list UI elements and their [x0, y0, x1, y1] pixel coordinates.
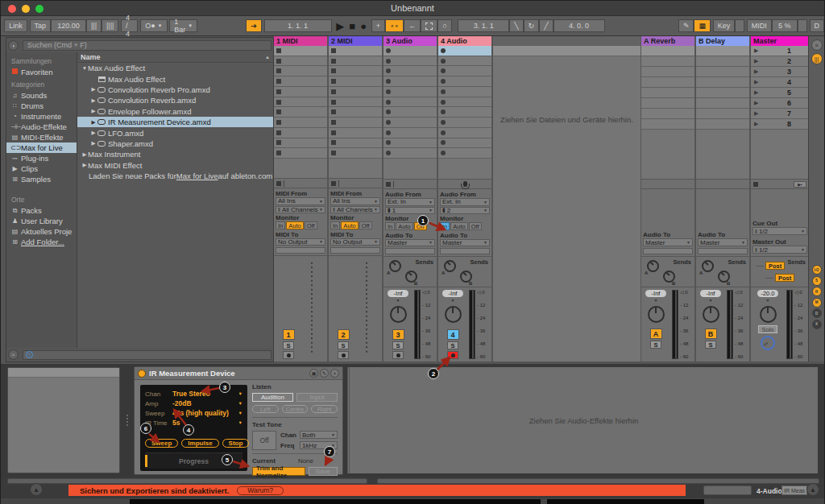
list-item[interactable]: ▶Max Instrument — [77, 149, 273, 159]
scene-play-icon[interactable]: ▶ — [754, 110, 758, 117]
monitor-in-button[interactable]: In — [440, 222, 450, 230]
clip-slot[interactable] — [274, 56, 327, 67]
monitor-off-button[interactable]: Off — [305, 221, 317, 229]
chevron-down-icon[interactable]: ▼ — [238, 420, 243, 425]
output-chooser[interactable]: No Output▼ — [330, 238, 380, 246]
scene-row[interactable]: ▶7 — [751, 109, 809, 119]
clip-slot[interactable] — [383, 138, 437, 149]
cue-volume-knob[interactable] — [761, 336, 775, 350]
input-type-chooser[interactable]: Ext. In▼ — [385, 198, 435, 206]
browser-collapse-icon[interactable]: ◖ — [8, 40, 19, 51]
clip-slot[interactable] — [383, 76, 437, 87]
track-title[interactable]: B Delay — [696, 36, 749, 46]
monitor-auto-button[interactable]: Auto — [341, 221, 358, 229]
stop-button[interactable]: ■ — [349, 20, 355, 32]
chevron-collapsed-icon[interactable]: ▶ — [90, 119, 97, 126]
list-item[interactable]: ▶Convolution Reverb.amxd — [77, 95, 273, 105]
preview-toggle-icon[interactable]: ≈ — [8, 349, 19, 360]
clip-slot[interactable] — [329, 128, 382, 138]
centre-button[interactable]: Centre — [282, 405, 309, 413]
clip-slot[interactable] — [438, 87, 491, 97]
track-title[interactable]: 4 Audio — [438, 36, 491, 46]
overview-toggle-icon[interactable]: ≡ — [811, 39, 823, 51]
output-chooser[interactable]: No Output▼ — [276, 238, 325, 246]
chan-value[interactable]: True Stereo — [172, 390, 210, 398]
input-type-chooser[interactable]: Ext. In▼ — [440, 198, 490, 206]
test-tone-chan-chooser[interactable]: Both▼ — [300, 431, 338, 439]
monitor-in-button[interactable]: In — [276, 221, 285, 229]
link-button[interactable]: Link — [4, 19, 27, 32]
clip-slot[interactable] — [329, 87, 382, 97]
search-input[interactable]: Suchen (Cmd + F) — [23, 40, 272, 51]
track-title[interactable]: 1 MIDI — [274, 36, 327, 46]
punch-in-icon[interactable]: ╲ — [509, 19, 523, 32]
list-header[interactable]: Name▲ — [77, 52, 273, 63]
clip-slot[interactable] — [438, 97, 491, 108]
show-sends-toggle[interactable]: S — [812, 276, 822, 286]
scene-play-icon[interactable]: ▶ — [754, 100, 758, 106]
stop-all-row[interactable] — [438, 179, 491, 188]
clip-slot[interactable] — [274, 66, 327, 76]
arm-button[interactable] — [283, 351, 294, 359]
input-button[interactable]: Input — [296, 393, 338, 402]
clip-slot[interactable] — [696, 56, 749, 67]
clip-slot[interactable] — [383, 107, 437, 118]
arm-button[interactable] — [338, 351, 349, 359]
sweep-button[interactable]: Sweep — [145, 439, 178, 448]
scene-play-icon[interactable]: ▶ — [754, 121, 758, 127]
clip-slot[interactable] — [438, 138, 491, 149]
stop-all-clips-icon[interactable] — [753, 182, 758, 187]
quantization-menu[interactable]: 1 Bar▼ — [169, 19, 197, 32]
clip-slot[interactable] — [274, 128, 327, 138]
clip-slot[interactable] — [641, 98, 694, 109]
cue-out-chooser[interactable]: ‖1/2▼ — [752, 227, 807, 235]
monitor-off-button[interactable]: Off — [359, 221, 372, 229]
punch-out-icon[interactable]: ╱ — [539, 19, 553, 32]
arm-button-armed[interactable] — [447, 351, 458, 359]
list-item[interactable]: ▶Envelope Follower.amxd — [77, 106, 273, 117]
arrangement-position-field[interactable]: 1. 1. 1 — [264, 19, 332, 32]
scene-row[interactable]: ▶8 — [751, 119, 809, 130]
track-activator-button[interactable]: 1 — [283, 329, 295, 340]
output-chooser[interactable]: Master▼ — [385, 239, 435, 247]
clip-slot[interactable] — [641, 46, 694, 56]
stop-clip-icon[interactable] — [331, 181, 336, 186]
clip-slot[interactable] — [383, 66, 437, 76]
loop-length-field[interactable]: 4. 0. 0 — [553, 19, 605, 32]
chevron-collapsed-icon[interactable]: ▶ — [90, 108, 97, 114]
sidebar-item-current-project[interactable]: ▤Aktuelles Proje — [6, 226, 77, 237]
arm-button[interactable] — [392, 351, 404, 359]
sidebar-item-max-for-live[interactable]: ⊂⊃Max for Live — [6, 143, 77, 153]
stop-clip-icon[interactable] — [386, 182, 391, 187]
show-returns-toggle[interactable]: R — [812, 287, 822, 296]
list-item-selected[interactable]: ▶IR Measurement Device.amxd — [77, 117, 273, 127]
chevron-collapsed-icon[interactable]: ▶ — [81, 162, 88, 168]
new-button[interactable]: + — [371, 19, 385, 32]
clip-slot[interactable] — [274, 76, 327, 87]
clip-slot[interactable] — [696, 88, 749, 98]
clip-slot[interactable] — [438, 128, 491, 138]
info-view-toggle-left[interactable]: ▲ — [30, 483, 43, 496]
solo-button[interactable]: S — [447, 341, 458, 349]
volume-field[interactable]: -Inf — [700, 290, 721, 297]
clip-slot[interactable] — [329, 76, 382, 87]
input-type-chooser[interactable]: All Ins▼ — [276, 197, 325, 205]
clip-slot[interactable] — [641, 77, 694, 88]
clip-slot[interactable] — [329, 97, 382, 108]
clip-slot[interactable] — [383, 128, 437, 138]
capture-icon[interactable] — [421, 19, 437, 32]
send-a-pre-post-toggle[interactable]: Post — [765, 262, 785, 270]
clip-slot[interactable] — [383, 118, 437, 128]
monitor-off-button[interactable]: Off — [469, 222, 482, 230]
clip-slot[interactable] — [438, 118, 491, 128]
scene-row[interactable]: ▶1 — [751, 46, 809, 56]
chevron-collapsed-icon[interactable]: ▶ — [90, 86, 97, 93]
tempo-field[interactable]: 120.00 — [51, 19, 86, 32]
sidebar-item-user-library[interactable]: ♟User Library — [6, 216, 77, 226]
follow-button[interactable]: ➔ — [246, 19, 262, 32]
send-a-knob[interactable] — [389, 260, 401, 272]
list-item[interactable]: Max Audio Effect — [77, 73, 273, 84]
mixer-toggle-icon[interactable]: ||| — [811, 53, 823, 64]
send-a-knob[interactable] — [647, 260, 659, 272]
sidebar-item-favoriten[interactable]: Favoriten — [6, 67, 77, 77]
